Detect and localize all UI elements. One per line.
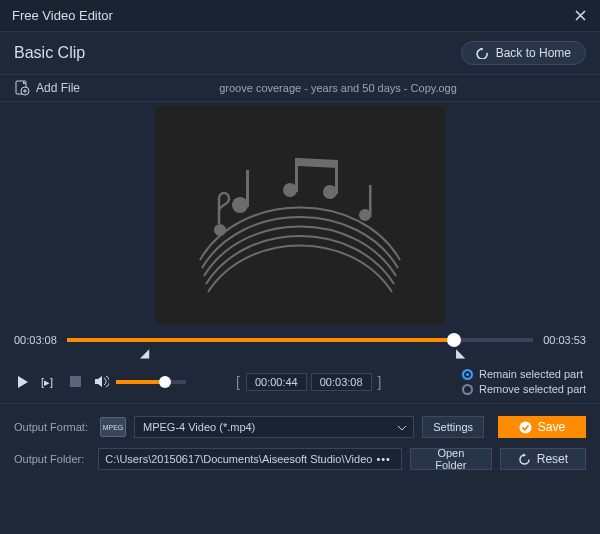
- radio-icon: [462, 384, 473, 395]
- clip-end-time[interactable]: 00:03:08: [311, 373, 372, 391]
- back-to-home-button[interactable]: Back to Home: [461, 41, 586, 65]
- volume-slider[interactable]: [116, 380, 186, 384]
- video-preview: [14, 106, 586, 324]
- svg-point-4: [283, 183, 297, 197]
- radio-icon: [462, 369, 473, 380]
- current-filename: groove coverage - years and 50 days - Co…: [90, 82, 586, 94]
- remove-selected-radio[interactable]: Remove selected part: [462, 383, 586, 395]
- output-format-value: MPEG-4 Video (*.mp4): [143, 421, 255, 433]
- output-format-label: Output Format:: [14, 421, 92, 433]
- output-format-select[interactable]: MPEG-4 Video (*.mp4): [134, 416, 414, 438]
- save-button[interactable]: Save: [498, 416, 586, 438]
- play-button[interactable]: [14, 373, 32, 391]
- save-label: Save: [538, 420, 565, 434]
- output-folder-field[interactable]: C:\Users\20150617\Documents\Aiseesoft St…: [98, 448, 402, 470]
- check-circle-icon: [519, 421, 532, 434]
- stop-button[interactable]: [66, 373, 84, 391]
- svg-point-6: [323, 185, 337, 199]
- remove-label: Remove selected part: [479, 383, 586, 395]
- svg-rect-12: [70, 376, 81, 387]
- set-start-bracket-button[interactable]: [: [234, 374, 242, 390]
- browse-folder-button[interactable]: •••: [372, 453, 395, 465]
- svg-point-10: [214, 224, 226, 236]
- timeline-knob[interactable]: [447, 333, 461, 347]
- settings-button[interactable]: Settings: [422, 416, 484, 438]
- chevron-down-icon: [397, 421, 407, 433]
- volume-icon[interactable]: [92, 373, 110, 391]
- page-title: Basic Clip: [14, 44, 85, 62]
- window-title: Free Video Editor: [12, 8, 113, 23]
- add-file-label: Add File: [36, 81, 80, 95]
- svg-text:[▸]: [▸]: [41, 376, 53, 388]
- back-arrow-icon: [476, 47, 490, 59]
- time-current: 00:03:08: [14, 334, 57, 346]
- clip-start-marker[interactable]: ◢: [140, 346, 149, 360]
- remain-selected-radio[interactable]: Remain selected part: [462, 368, 586, 380]
- reset-label: Reset: [537, 452, 568, 466]
- clip-end-marker[interactable]: ◣: [456, 346, 465, 360]
- set-end-bracket-button[interactable]: ]: [376, 374, 384, 390]
- volume-knob[interactable]: [159, 376, 171, 388]
- timeline-fill: [67, 338, 454, 342]
- output-folder-label: Output Folder:: [14, 453, 90, 465]
- back-label: Back to Home: [496, 46, 571, 60]
- svg-rect-3: [246, 170, 249, 207]
- time-total: 00:03:53: [543, 334, 586, 346]
- reset-button[interactable]: Reset: [500, 448, 586, 470]
- reset-icon: [518, 453, 531, 466]
- svg-point-2: [232, 197, 248, 213]
- svg-rect-9: [369, 185, 372, 217]
- svg-rect-5: [295, 158, 298, 192]
- step-forward-button[interactable]: [▸]: [40, 373, 58, 391]
- add-file-button[interactable]: Add File: [14, 80, 80, 96]
- close-icon[interactable]: [572, 8, 588, 24]
- clip-start-time[interactable]: 00:00:44: [246, 373, 307, 391]
- music-placeholder-icon: [180, 130, 420, 300]
- output-folder-path: C:\Users\20150617\Documents\Aiseesoft St…: [105, 453, 372, 465]
- add-file-icon: [14, 80, 30, 96]
- remain-label: Remain selected part: [479, 368, 583, 380]
- timeline-track[interactable]: [67, 338, 533, 342]
- format-type-icon: MPEG: [100, 417, 126, 437]
- open-folder-button[interactable]: Open Folder: [410, 448, 492, 470]
